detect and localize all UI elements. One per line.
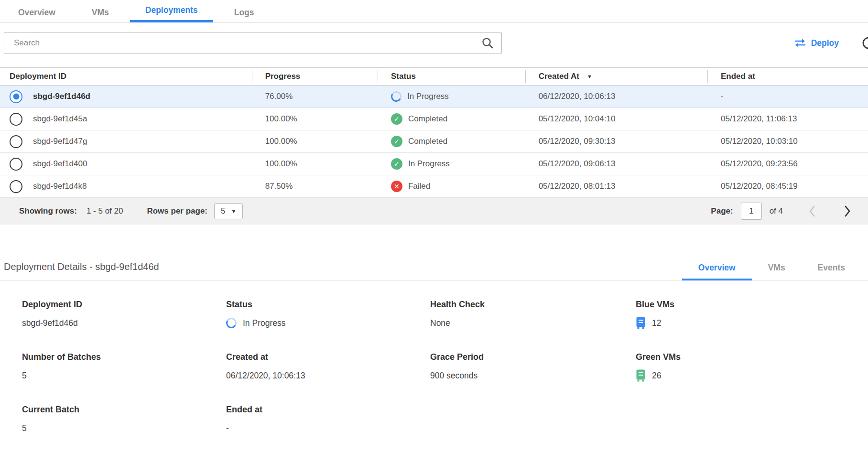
in-progress-spinner-icon — [390, 90, 402, 103]
search-box — [4, 32, 502, 54]
toolbar-actions: Deploy — [794, 35, 868, 51]
page-number-input[interactable] — [741, 203, 762, 220]
table-row[interactable]: sbgd-9ef1d400 100.00% ✓ In Progress 05/1… — [0, 153, 868, 175]
field-current-batch: Current Batch 5 — [22, 405, 226, 434]
prev-page-button[interactable] — [808, 205, 816, 217]
tab-vms[interactable]: VMs — [76, 2, 124, 22]
deployment-details-section: Deployment Details - sbgd-9ef1d46d Overv… — [0, 258, 868, 434]
field-grace-period: Grace Period 900 seconds — [430, 352, 636, 382]
showing-rows-label: Showing rows: — [19, 206, 77, 216]
details-tab-vms[interactable]: VMs — [752, 258, 802, 280]
deployments-page: Overview VMs Deployments Logs Deploy — [0, 0, 868, 474]
blue-vm-icon — [636, 317, 646, 329]
created-at-value: 05/12/2020, 09:06:13 — [525, 159, 707, 169]
sort-desc-icon[interactable]: ▼ — [587, 74, 592, 79]
row-radio[interactable] — [10, 90, 22, 103]
table-footer: Showing rows: 1 - 5 of 20 Rows per page:… — [0, 198, 868, 225]
tab-logs[interactable]: Logs — [219, 2, 270, 22]
table-row[interactable]: sbgd-9ef1d45a 100.00% ✓ Completed 05/12/… — [0, 108, 868, 130]
row-radio[interactable] — [10, 180, 22, 193]
table-row[interactable]: sbgd-9ef1d47g 100.00% ✓ Completed 05/12/… — [0, 130, 868, 153]
refresh-icon[interactable] — [861, 35, 868, 51]
table-header: Deployment ID Progress Status Created At… — [0, 67, 868, 86]
progress-value: 100.00% — [252, 114, 378, 124]
tab-deployments[interactable]: Deployments — [130, 0, 213, 22]
status-cell: ✓ Completed — [378, 113, 525, 125]
green-vm-icon — [636, 369, 646, 382]
table-row[interactable]: sbgd-9ef1d4k8 87.50% ✕ Failed 05/12/2020… — [0, 175, 868, 198]
page-label: Page: — [711, 206, 733, 216]
deployment-id: sbgd-9ef1d4k8 — [33, 182, 87, 191]
deploy-button-label: Deploy — [811, 38, 839, 48]
deployment-id: sbgd-9ef1d45a — [33, 114, 87, 124]
pagination: Page: of 4 — [711, 203, 852, 220]
field-green-vms: Green VMs 26 — [636, 352, 868, 382]
row-radio[interactable] — [10, 158, 22, 171]
details-tab-overview[interactable]: Overview — [682, 258, 752, 280]
field-health-check: Health Check None — [430, 300, 636, 329]
deployment-id: sbgd-9ef1d46d — [33, 92, 90, 101]
status-label: Completed — [408, 114, 447, 124]
table-row[interactable]: sbgd-9ef1d46d 76.00% In Progress 06/12/2… — [0, 86, 868, 108]
ended-at-value: 05/12/2020, 11:06:13 — [707, 114, 868, 124]
row-radio[interactable] — [10, 113, 22, 126]
swap-arrows-icon — [794, 38, 806, 48]
progress-value: 76.00% — [252, 92, 378, 101]
details-title: Deployment Details - sbgd-9ef1d46d — [0, 261, 159, 280]
deployment-id: sbgd-9ef1d47g — [33, 137, 87, 146]
chevron-down-icon: ▼ — [231, 208, 237, 214]
ended-at-value: 05/12/2020, 10:03:10 — [707, 137, 868, 146]
field-ended-at: Ended at - — [226, 405, 430, 434]
search-icon[interactable] — [481, 37, 494, 49]
details-tab-bar: Overview VMs Events — [682, 258, 861, 280]
toolbar: Deploy — [0, 22, 868, 65]
ended-at-value: 05/12/2020, 09:23:56 — [707, 159, 868, 169]
created-at-value: 05/12/2020, 10:04:10 — [525, 114, 707, 124]
details-header: Deployment Details - sbgd-9ef1d46d Overv… — [0, 258, 868, 280]
completed-check-icon: ✓ — [391, 158, 402, 170]
status-cell: ✓ In Progress — [378, 158, 525, 170]
row-radio[interactable] — [10, 135, 22, 148]
progress-value: 100.00% — [252, 137, 378, 146]
col-header-ended-at[interactable]: Ended at — [707, 72, 868, 81]
completed-check-icon: ✓ — [391, 113, 402, 125]
status-cell: In Progress — [378, 91, 525, 102]
created-at-value: 05/12/2020, 08:01:13 — [525, 182, 707, 191]
page-total: of 4 — [770, 206, 783, 216]
col-header-deployment-id[interactable]: Deployment ID — [0, 72, 252, 81]
details-grid: Deployment ID sbgd-9ef1d46d Status In Pr… — [0, 280, 868, 434]
progress-value: 87.50% — [252, 182, 378, 191]
ended-at-value: - — [707, 92, 868, 101]
search-input[interactable] — [4, 38, 481, 48]
progress-value: 100.00% — [252, 159, 378, 169]
created-at-value: 06/12/2020, 10:06:13 — [525, 92, 707, 101]
rows-per-page-label: Rows per page: — [147, 206, 207, 216]
field-created-at: Created at 06/12/2020, 10:06:13 — [226, 352, 430, 382]
in-progress-spinner-icon — [225, 317, 238, 330]
tab-overview[interactable]: Overview — [3, 2, 71, 22]
showing-rows-value: 1 - 5 of 20 — [87, 206, 123, 216]
failed-cross-icon: ✕ — [391, 181, 402, 192]
status-label: In Progress — [407, 92, 449, 101]
status-cell: ✓ Completed — [378, 136, 525, 147]
status-cell: ✕ Failed — [378, 181, 525, 192]
created-at-value: 05/12/2020, 09:30:13 — [525, 137, 707, 146]
status-label: Failed — [408, 182, 430, 191]
deploy-button[interactable]: Deploy — [794, 38, 839, 48]
deployment-id: sbgd-9ef1d400 — [33, 159, 87, 169]
field-deployment-id: Deployment ID sbgd-9ef1d46d — [22, 300, 226, 329]
field-blue-vms: Blue VMs 12 — [636, 300, 868, 329]
rows-per-page-select[interactable]: 5 ▼ — [214, 203, 243, 219]
deployments-table: Deployment ID Progress Status Created At… — [0, 67, 868, 225]
main-tab-bar: Overview VMs Deployments Logs — [0, 0, 868, 22]
field-status: Status In Progress — [226, 300, 430, 329]
col-header-status[interactable]: Status — [378, 72, 525, 81]
completed-check-icon: ✓ — [391, 136, 402, 147]
details-tab-events[interactable]: Events — [802, 258, 861, 280]
next-page-button[interactable] — [843, 205, 852, 217]
col-header-progress[interactable]: Progress — [252, 72, 378, 81]
ended-at-value: 05/12/2020, 08:45:19 — [707, 182, 868, 191]
status-label: Completed — [408, 137, 447, 146]
field-number-of-batches: Number of Batches 5 — [22, 352, 226, 382]
col-header-created-at[interactable]: Created At ▼ — [525, 72, 707, 81]
